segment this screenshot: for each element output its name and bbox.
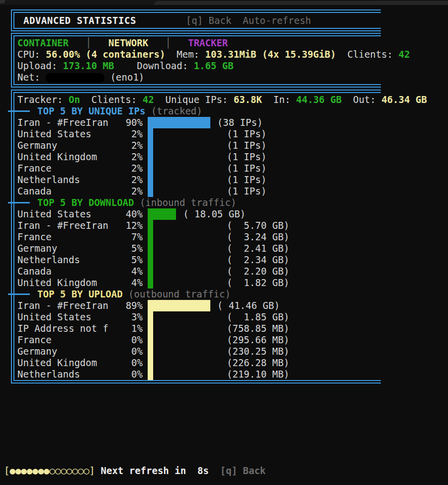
tracker-panel: Tracker: On Clients: 42 Unique IPs: 63.8… — [11, 90, 381, 384]
text-segment: Clients: — [80, 94, 143, 105]
chart-bar — [148, 231, 153, 243]
chart-row-value: (230.25 MB) — [227, 346, 289, 357]
section-connector-line — [8, 202, 30, 203]
chart-row-value: (1 IPs) — [227, 163, 267, 174]
chart-title: TOP 5 BY UPLOAD — [37, 289, 123, 299]
chart-row: Iran - #FreeIran12%( 5.70 GB) — [14, 220, 381, 231]
text-segment: Net: — [17, 72, 46, 83]
chart-row-value: (295.66 MB) — [227, 334, 289, 346]
chart-row-percent: 5% — [17, 243, 143, 254]
chart-subtitle: (inbound traffic) — [134, 197, 236, 208]
chart-row-percent: 3% — [17, 311, 143, 323]
text-segment — [95, 465, 100, 476]
chart-bar — [148, 300, 210, 311]
section-connector-line — [8, 293, 30, 295]
title-panel: ADVANCED STATISTICS [q] Back Auto-refres… — [11, 9, 381, 31]
chart-row-value: ( 3.24 GB) — [227, 231, 289, 243]
chart-row: United Kingdom4%( 1.82 GB) — [14, 277, 381, 289]
section-connector-line — [8, 110, 30, 112]
refresh-progress-dots: ●●●●●●●○○○○○○○ — [9, 465, 89, 476]
chart-bar — [148, 346, 153, 357]
chart-bar — [148, 334, 153, 346]
chart-row: United States3%( 1.85 GB) — [14, 311, 381, 323]
text-segment: Upload: — [17, 60, 63, 71]
page-title: ADVANCED STATISTICS — [23, 13, 136, 28]
chart-header-download: TOP 5 BY DOWNLOAD (inbound traffic) — [14, 197, 381, 208]
chart-subtitle: (tracked) — [145, 105, 202, 116]
text-segment: 103.31MiB (4x 15.39GiB) — [205, 49, 336, 60]
chart-row: IP Address not f1%(758.85 MB) — [14, 323, 381, 334]
chart-row: United Kingdom0%(226.28 MB) — [14, 357, 381, 369]
chart-row-value: (1 IPs) — [227, 151, 267, 163]
chart-bar — [148, 140, 153, 151]
chart-row-value: (1 IPs) — [227, 140, 267, 151]
tab-container[interactable]: CONTAINER — [17, 37, 69, 48]
chart-row: Iran - #FreeIran90%(38 IPs) — [14, 117, 381, 128]
net-redacted-blob — [46, 73, 104, 83]
chart-row-value: ( 18.05 GB) — [183, 208, 246, 220]
text-segment: Tracker: — [17, 94, 69, 105]
chart-row-percent: 2% — [17, 163, 143, 174]
chart-row: Netherlands5%( 2.34 GB) — [14, 254, 381, 266]
text-segment: Mem: — [165, 49, 205, 60]
text-segment: Download: — [114, 60, 193, 71]
tab-network[interactable]: NETWORK — [108, 37, 148, 48]
chart-row-percent: 2% — [17, 174, 143, 186]
text-segment: Next refresh in 8s — [101, 465, 209, 476]
text-segment: ] — [90, 465, 95, 476]
chart-row: Iran - #FreeIran89%( 41.46 GB) — [14, 300, 381, 311]
chart-row-value: ( 1.82 GB) — [227, 277, 289, 289]
chart-title: TOP 5 BY DOWNLOAD — [37, 197, 134, 208]
chart-row-percent: 40% — [17, 208, 143, 220]
chart-row-value: ( 41.46 GB) — [217, 300, 280, 311]
window-chrome-strip — [0, 0, 448, 5]
chart-row-percent: 4% — [17, 277, 143, 289]
chart-row: Netherlands0%(219.10 MB) — [14, 369, 381, 380]
chart-bar — [148, 357, 153, 369]
chart-row: France0%(295.66 MB) — [14, 334, 381, 346]
chart-row-percent: 1% — [17, 323, 143, 334]
status-bar: [●●●●●●●○○○○○○○] Next refresh in 8s [q] … — [4, 465, 266, 477]
chart-bar — [148, 163, 153, 174]
chart-row: United States2%(1 IPs) — [14, 128, 381, 140]
terminal-tab-edge — [154, 1, 448, 5]
charts: TOP 5 BY UNIQUE IPs (tracked)Iran - #Fre… — [14, 105, 381, 380]
back-hint-bottom[interactable]: [q] Back — [220, 465, 266, 476]
chart-row-percent: 0% — [17, 334, 143, 346]
chart-row-value: (1 IPs) — [227, 186, 267, 197]
chart-row-value: (1 IPs) — [227, 128, 267, 140]
chart-bar — [148, 128, 153, 140]
chart-bar — [148, 369, 153, 380]
chart-row: Netherlands2%(1 IPs) — [14, 174, 381, 186]
auto-refresh-hint[interactable]: Auto-refresh — [243, 15, 311, 26]
chart-bar — [148, 323, 153, 334]
upload-download-line: Upload: 173.10 MB Download: 1.65 GB — [14, 60, 381, 72]
text-segment — [231, 15, 243, 26]
text-segment: │ — [148, 37, 188, 48]
chart-row-percent: 2% — [17, 140, 143, 151]
chart-row-value: ( 2.20 GB) — [227, 266, 289, 277]
chart-row-value: ( 5.70 GB) — [227, 220, 289, 231]
chart-row-percent: 0% — [17, 369, 143, 380]
tab-tracker[interactable]: TRACKER — [188, 37, 228, 48]
text-segment: CPU: — [17, 49, 46, 60]
back-hint[interactable]: [q] Back — [186, 15, 232, 26]
chart-row: France2%(1 IPs) — [14, 163, 381, 174]
chart-row-value: ( 2.41 GB) — [227, 243, 289, 254]
chart-row: United States40%( 18.05 GB) — [14, 208, 381, 220]
chart-row-percent: 2% — [17, 186, 143, 197]
chart-row-percent: 4% — [17, 266, 143, 277]
chart-bar — [148, 208, 176, 220]
net-interface-line: Net: (eno1) — [14, 72, 381, 83]
chart-row: Germany5%( 2.41 GB) — [14, 243, 381, 254]
chart-bar — [148, 174, 153, 186]
chart-row-value: (1 IPs) — [227, 174, 267, 186]
chart-row-percent: 89% — [17, 300, 143, 311]
chart-bar — [148, 311, 153, 323]
window-corner — [0, 0, 5, 3]
chart-row-percent: 2% — [17, 151, 143, 163]
chart-row-value: ( 2.34 GB) — [227, 254, 289, 266]
chart-row: Canada4%( 2.20 GB) — [14, 266, 381, 277]
chart-subtitle: (outbound traffic) — [123, 289, 231, 299]
chart-bar — [148, 186, 153, 197]
